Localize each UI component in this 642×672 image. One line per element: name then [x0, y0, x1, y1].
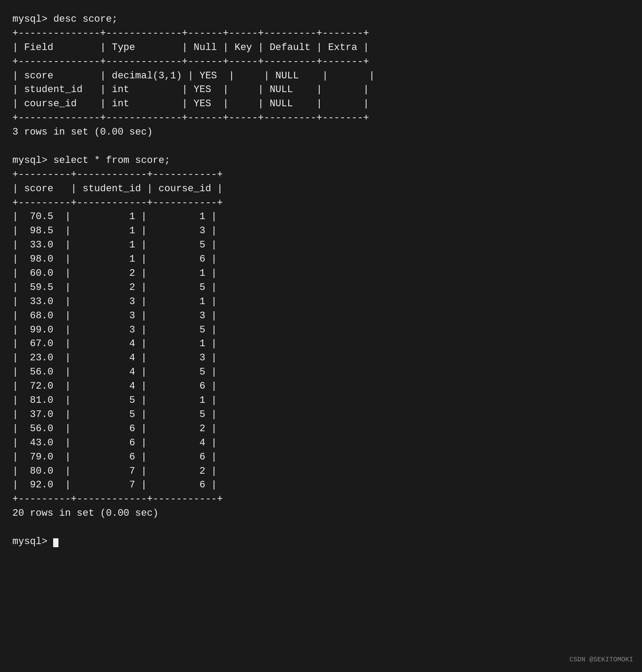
desc-header: | Field | Type | Null | Key | Default | …: [12, 41, 630, 55]
table-row: | 72.0 | 4 | 6 |: [12, 379, 630, 394]
table-row: | 70.5 | 1 | 1 |: [12, 210, 630, 224]
select-sep-top: +---------+------------+-----------+: [12, 168, 630, 182]
blank-2: [12, 521, 630, 535]
blank-1: [12, 139, 630, 154]
table-row: | 80.0 | 7 | 2 |: [12, 464, 630, 479]
table-row: | 23.0 | 4 | 3 |: [12, 351, 630, 365]
table-row: | 33.0 | 1 | 5 |: [12, 238, 630, 252]
table-row: | 43.0 | 6 | 4 |: [12, 436, 630, 450]
desc-command: mysql> desc score;: [12, 12, 630, 27]
desc-rowcount: 3 rows in set (0.00 sec): [12, 125, 630, 139]
table-row: | 59.5 | 2 | 5 |: [12, 281, 630, 295]
select-command: mysql> select * from score;: [12, 154, 630, 168]
desc-sep-mid: +--------------+-------------+------+---…: [12, 55, 630, 69]
select-rowcount: 20 rows in set (0.00 sec): [12, 506, 630, 521]
table-row: | 81.0 | 5 | 1 |: [12, 394, 630, 408]
select-header: | score | student_id | course_id |: [12, 182, 630, 196]
table-row: | 33.0 | 3 | 1 |: [12, 295, 630, 309]
desc-sep-bot: +--------------+-------------+------+---…: [12, 111, 630, 125]
select-sep-bot: +---------+------------+-----------+: [12, 492, 630, 506]
table-row: | 98.5 | 1 | 3 |: [12, 224, 630, 238]
desc-row-2: | student_id | int | YES | | NULL | |: [12, 83, 630, 97]
table-row: | 68.0 | 3 | 3 |: [12, 309, 630, 323]
table-row: | 92.0 | 7 | 6 |: [12, 478, 630, 492]
table-row: | 37.0 | 5 | 5 |: [12, 408, 630, 422]
table-row: | 67.0 | 4 | 1 |: [12, 337, 630, 351]
table-row: | 99.0 | 3 | 5 |: [12, 323, 630, 337]
table-row: | 60.0 | 2 | 1 |: [12, 266, 630, 281]
desc-sep-top: +--------------+-------------+------+---…: [12, 27, 630, 41]
watermark: CSDN @SEKITOMOKI: [569, 655, 633, 665]
desc-row-3: | course_id | int | YES | | NULL | |: [12, 97, 630, 111]
select-rows-container: | 70.5 | 1 | 1 || 98.5 | 1 | 3 || 33.0 |…: [12, 210, 630, 492]
terminal-window: mysql> desc score; +--------------+-----…: [12, 12, 630, 549]
table-row: | 79.0 | 6 | 6 |: [12, 450, 630, 464]
select-sep-mid: +---------+------------+-----------+: [12, 196, 630, 210]
table-row: | 56.0 | 4 | 5 |: [12, 365, 630, 379]
table-row: | 98.0 | 1 | 6 |: [12, 252, 630, 266]
table-row: | 56.0 | 6 | 2 |: [12, 422, 630, 436]
final-prompt: mysql>: [12, 535, 630, 549]
desc-row-1: | score | decimal(3,1) | YES | | NULL | …: [12, 69, 630, 83]
